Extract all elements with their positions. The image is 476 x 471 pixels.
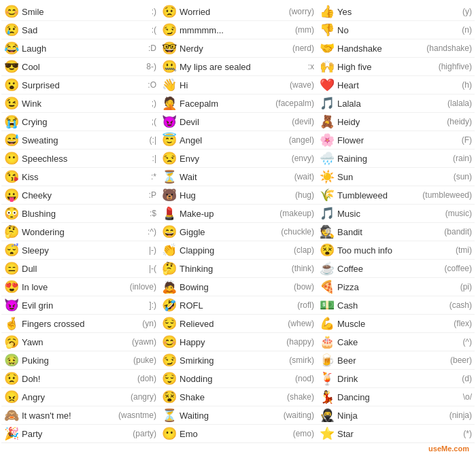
emoji-icon: 🙌 (320, 59, 335, 74)
emoji-code: (doh) (137, 374, 156, 383)
emoji-code: (heidy) (447, 117, 472, 126)
emoji-name: Lalala (337, 99, 445, 109)
emoji-name: Fingers crossed (22, 319, 139, 329)
emoji-icon: 🌸 (320, 133, 335, 147)
emoji-name: Bandit (337, 227, 441, 237)
list-item: 😇Angel(angel) (159, 131, 317, 150)
emoji-icon: 👏 (162, 243, 177, 258)
list-item: 😏Smirking(smirk) (159, 351, 317, 370)
emoji-code: (music) (445, 209, 472, 218)
emoji-icon: 😉 (4, 96, 19, 111)
emoji-name: Heart (337, 80, 459, 90)
emoji-code: (shake) (287, 392, 314, 402)
emoji-name: Blushing (22, 209, 147, 219)
emoji-name: Clapping (180, 245, 291, 256)
emoji-name: Sad (22, 25, 149, 35)
emoji-code: (sun) (454, 172, 472, 181)
list-item: 😎Cool8-) (1, 58, 159, 76)
column-2: 👍Yes(y)👎No(n)🤝Handshake(handshake)🙌High … (317, 3, 475, 442)
emoji-icon: ⏳ (162, 169, 177, 184)
list-item: 😌Relieved(whew) (159, 315, 317, 333)
emoji-name: Flower (337, 135, 459, 145)
emoji-name: Devil (180, 117, 289, 127)
emoji-name: Happy (180, 337, 284, 347)
emoji-code: (wasntme) (118, 411, 156, 420)
emoji-name: Wink (22, 99, 149, 109)
list-item: 😮Surprised:O (1, 76, 159, 94)
emoji-code: (mm) (295, 25, 314, 35)
list-item: 🤢Puking(puke) (1, 351, 159, 370)
emoji-icon: ☕ (320, 261, 335, 276)
list-item: 😄Giggle(chuckle) (159, 223, 317, 241)
list-item: 🍹Drink(d) (317, 370, 475, 388)
emoji-name: Nerdy (180, 43, 290, 54)
list-item: 😭Crying;( (1, 113, 159, 131)
emoji-icon: 😒 (162, 151, 177, 166)
emoji-name: Raining (337, 154, 450, 164)
emoji-code: 8-) (146, 62, 156, 71)
emoji-code: ]:) (149, 300, 156, 310)
emoji-icon: 😌 (162, 316, 177, 331)
emoji-name: My lips are sealed (180, 62, 305, 72)
emoji-grid: 😊Smile:)😢Sad:(😂Laugh:D😎Cool8-)😮Surprised… (1, 3, 475, 442)
list-item: 🤔Wondering:^) (1, 223, 159, 241)
list-item: 😵Too much info(tmi) (317, 241, 475, 260)
list-item: 😊Happy(happy) (159, 333, 317, 351)
emoji-icon: 😮 (4, 77, 19, 92)
emoji-icon: ⏳ (162, 408, 177, 423)
emoji-icon: 😎 (4, 59, 19, 74)
emoji-icon: 😶 (4, 151, 19, 166)
emoji-code: |-) (149, 245, 156, 255)
list-item: 🙈It wasn't me!(wasntme) (1, 406, 159, 425)
list-item: 👏Clapping(clap) (159, 241, 317, 260)
emoji-code: (happy) (286, 337, 314, 347)
emoji-code: (yawn) (132, 337, 156, 347)
emoji-icon: 🤣 (162, 298, 177, 313)
emoji-code: (emo) (293, 429, 314, 438)
emoji-name: Cheeky (22, 190, 146, 200)
emoji-icon: 😂 (4, 41, 19, 56)
emoji-icon: 🍕 (320, 279, 335, 294)
emoji-code: (worry) (289, 7, 314, 16)
emoji-name: Bowing (180, 282, 291, 292)
emoji-code: (ninja) (449, 411, 472, 420)
emoji-icon: 🌧️ (320, 151, 335, 166)
emoji-name: Relieved (180, 319, 285, 329)
emoji-icon: 👍 (320, 4, 335, 19)
list-item: 🍕Pizza(pi) (317, 278, 475, 296)
main-container: 😊Smile:)😢Sad:(😂Laugh:D😎Cool8-)😮Surprised… (0, 0, 476, 457)
emoji-name: Tumbleweed (337, 190, 420, 200)
emoji-name: ROFL (180, 300, 294, 311)
emoji-name: Crying (22, 117, 149, 127)
emoji-name: High five (337, 62, 436, 72)
emoji-name: Make-up (180, 209, 277, 219)
emoji-code: (^) (462, 337, 472, 347)
emoji-code: \o/ (463, 392, 472, 402)
list-item: 😒Envy(envy) (159, 150, 317, 168)
emoji-name: Wait (180, 172, 292, 182)
emoji-name: Yawn (22, 337, 129, 347)
emoji-name: Facepalm (180, 99, 273, 109)
list-item: 🥷Ninja(ninja) (317, 406, 475, 425)
emoji-icon: 💃 (320, 389, 335, 404)
list-item: ☕Coffee(coffee) (317, 260, 475, 278)
emoji-name: Sleepy (22, 245, 146, 256)
list-item: ⏳Wait(wait) (159, 168, 317, 186)
list-item: 😂Laugh:D (1, 39, 159, 58)
list-item: 😠Angry(angry) (1, 388, 159, 406)
emoji-code: (F) (462, 135, 472, 145)
emoji-code: (chuckle) (281, 227, 314, 237)
emoji-name: Music (337, 209, 443, 219)
emoji-code: (clap) (294, 245, 314, 255)
emoji-icon: 🕵️ (320, 224, 335, 239)
emoji-code: (inlove) (130, 282, 156, 292)
list-item: 🧸Heidy(heidy) (317, 113, 475, 131)
emoji-name: In love (22, 282, 127, 292)
emoji-code: (rofl) (297, 300, 314, 310)
emoji-code: (facepalm) (275, 99, 314, 108)
emoji-icon: 🥷 (320, 408, 335, 423)
emoji-name: Hug (180, 190, 292, 200)
list-item: 🕵️Bandit(bandit) (317, 223, 475, 241)
list-item: ⏳Waiting(waiting) (159, 406, 317, 425)
list-item: 🤦Facepalm(facepalm) (159, 94, 317, 113)
